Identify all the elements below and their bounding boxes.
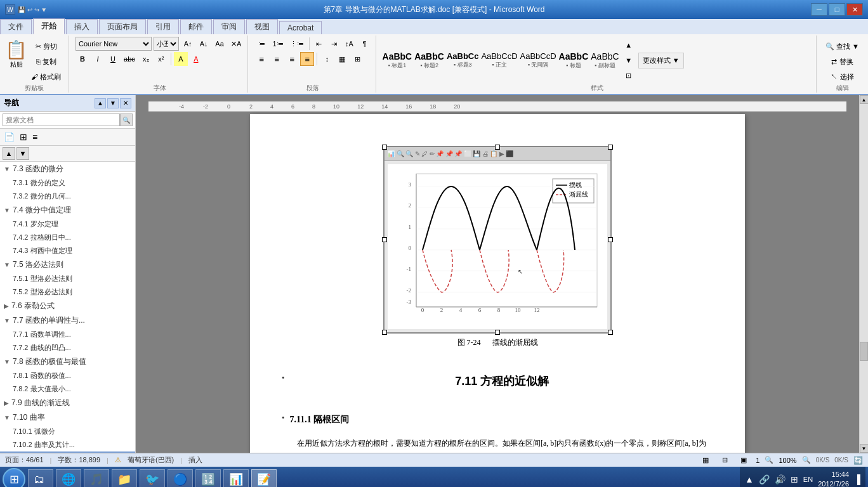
increase-indent-button[interactable]: ⇥ [327, 37, 341, 51]
handle-br[interactable] [608, 330, 613, 335]
taskbar-explorer[interactable]: 🗂 [28, 469, 53, 487]
maximize-button[interactable]: □ [829, 3, 845, 16]
clear-format-button[interactable]: ✕A [228, 37, 244, 51]
scroll-thumb[interactable] [860, 342, 868, 361]
nav-search-input[interactable] [3, 114, 120, 126]
cut-button[interactable]: ✂ 剪切 [29, 39, 63, 53]
nav-section-75[interactable]: ▼ 7.5 洛必达法则 [0, 257, 135, 272]
insert-mode[interactable]: 插入 [188, 455, 202, 465]
tray-arrow[interactable]: ▲ [745, 474, 754, 484]
style-heading2[interactable]: AaBbC ▪ 标题2 [414, 51, 444, 70]
shrink-font-button[interactable]: A↓ [197, 37, 211, 51]
font-color-button[interactable]: A [189, 52, 203, 66]
styles-up-button[interactable]: ▲ [622, 38, 636, 52]
view-full-button[interactable]: ⊟ [718, 453, 732, 467]
nav-item-752[interactable]: 7.5.2 型洛必达法则 [0, 285, 135, 299]
tray-action-center[interactable]: ⊞ [791, 474, 798, 484]
nav-item-7103[interactable]: 7.10.3 曲率圆与曲... [0, 451, 135, 453]
taskbar-bird[interactable]: 🐦 [140, 469, 165, 487]
style-heading1[interactable]: AaBbC ▪ 标题1 [383, 51, 412, 70]
nav-item-741[interactable]: 7.4.1 罗尔定理 [0, 218, 135, 231]
nav-item-771[interactable]: 7.7.1 函数单调性... [0, 328, 135, 341]
view-normal-button[interactable]: ▦ [699, 453, 713, 467]
refresh-button[interactable]: 🔄 [853, 456, 863, 465]
taskbar-app2[interactable]: 🔵 [168, 469, 193, 487]
nav-item-7102[interactable]: 7.10.2 曲率及其计... [0, 438, 135, 451]
nav-item-743[interactable]: 7.4.3 柯西中值定理 [0, 244, 135, 257]
tab-acrobat[interactable]: Acrobat [279, 21, 322, 34]
handle-ml[interactable] [382, 237, 387, 242]
style-subtitle[interactable]: AaBbC ▪ 副标题 [591, 51, 619, 70]
view-read-button[interactable]: ▣ [737, 453, 751, 467]
nav-item-782[interactable]: 7.8.2 最大值最小... [0, 382, 135, 396]
nav-item-7101[interactable]: 7.10.1 弧微分 [0, 425, 135, 438]
styles-down-button[interactable]: ▼ [622, 53, 636, 67]
multilevel-button[interactable]: ⋮≔ [287, 37, 306, 51]
justify-button[interactable]: ≡ [300, 52, 314, 66]
align-right-button[interactable]: ≡ [285, 52, 299, 66]
subscript-button[interactable]: x₂ [139, 52, 153, 66]
nav-item-732[interactable]: 7.3.2 微分的几何... [0, 190, 135, 203]
nav-section-77[interactable]: ▼ 7.7 函数的单调性与... [0, 313, 135, 328]
style-title[interactable]: AaBbC ▪ 标题 [559, 51, 589, 70]
tray-lang[interactable]: EN [803, 476, 813, 483]
tray-volume[interactable]: 🔊 [775, 474, 786, 484]
nav-section-79[interactable]: ▶ 7.9 曲线的渐近线 [0, 396, 135, 410]
line-spacing-button[interactable]: ↕ [320, 52, 334, 66]
handle-bm[interactable] [495, 330, 500, 335]
nav-section-73[interactable]: ▼ 7.3 函数的微分 [0, 162, 135, 176]
nav-up-button[interactable]: ▲ [95, 98, 106, 108]
find-button[interactable]: 🔍 查找 ▼ [823, 39, 862, 53]
nav-item-781[interactable]: 7.8.1 函数的极值... [0, 369, 135, 382]
align-center-button[interactable]: ≡ [270, 52, 284, 66]
nav-page-view-button[interactable]: 📄 [3, 131, 16, 143]
underline-button[interactable]: U [106, 52, 120, 66]
taskbar-files[interactable]: 📁 [112, 469, 137, 487]
scroll-down-button[interactable]: ▼ [860, 444, 869, 453]
nav-search-button[interactable]: 🔍 [120, 114, 133, 126]
show-desktop-button[interactable]: ▐ [854, 474, 860, 484]
format-painter-button[interactable]: 🖌 格式刷 [29, 70, 63, 84]
language-indicator[interactable]: 葡萄牙语(巴西) [128, 455, 174, 465]
vertical-scrollbar[interactable]: ▲ ▼ [859, 95, 868, 453]
style-heading3[interactable]: AaBbCc ▪ 标题3 [447, 51, 479, 69]
nav-section-78[interactable]: ▼ 7.8 函数的极值与最值 [0, 354, 135, 369]
nav-close-button[interactable]: ✕ [120, 98, 131, 108]
nav-down-button[interactable]: ▼ [107, 98, 119, 108]
replace-button[interactable]: ⇄ 替换 [823, 55, 862, 68]
scroll-track[interactable] [860, 104, 868, 444]
handle-tr[interactable] [608, 145, 613, 150]
tab-file[interactable]: 文件 [0, 19, 32, 34]
superscript-button[interactable]: x² [154, 52, 168, 66]
scroll-up-button[interactable]: ▲ [860, 95, 869, 104]
tab-insert[interactable]: 插入 [66, 19, 98, 34]
font-name-select[interactable]: Courier New [76, 37, 152, 51]
tab-view[interactable]: 视图 [246, 19, 278, 34]
taskbar-ppt[interactable]: 📊 [223, 469, 249, 487]
tab-mailings[interactable]: 邮件 [180, 19, 212, 34]
decrease-indent-button[interactable]: ⇤ [312, 37, 326, 51]
nav-sort-up-button[interactable]: ▲ [3, 147, 15, 160]
handle-tm[interactable] [495, 145, 500, 150]
bullets-button[interactable]: ≔ [254, 37, 268, 51]
nav-item-751[interactable]: 7.5.1 型洛必达法则 [0, 272, 135, 285]
highlight-button[interactable]: A [174, 52, 188, 66]
style-normal[interactable]: AaBbCcD ▪ 正文 [481, 51, 517, 69]
grow-font-button[interactable]: A↑ [181, 37, 195, 51]
change-case-button[interactable]: Aa [213, 37, 227, 51]
tab-pagelayout[interactable]: 页面布局 [99, 19, 146, 34]
strikethrough-button[interactable]: abc [121, 52, 138, 66]
sort-button[interactable]: ↕A [343, 37, 357, 51]
handle-tl[interactable] [382, 145, 387, 150]
minimize-button[interactable]: ─ [811, 3, 827, 16]
taskbar-media[interactable]: 🎵 [84, 469, 109, 487]
copy-button[interactable]: ⎘ 复制 [29, 55, 63, 68]
font-size-select[interactable]: 小五 [154, 37, 179, 51]
handle-bl[interactable] [382, 330, 387, 335]
nav-grid-view-button[interactable]: ⊞ [18, 131, 29, 143]
nav-item-742[interactable]: 7.4.2 拉格朗日中... [0, 231, 135, 244]
select-button[interactable]: ↖ 选择 [823, 70, 862, 84]
tab-review[interactable]: 审阅 [213, 19, 245, 34]
nav-section-710[interactable]: ▼ 7.10 曲率 [0, 410, 135, 425]
nav-section-76[interactable]: ▶ 7.6 泰勒公式 [0, 299, 135, 313]
